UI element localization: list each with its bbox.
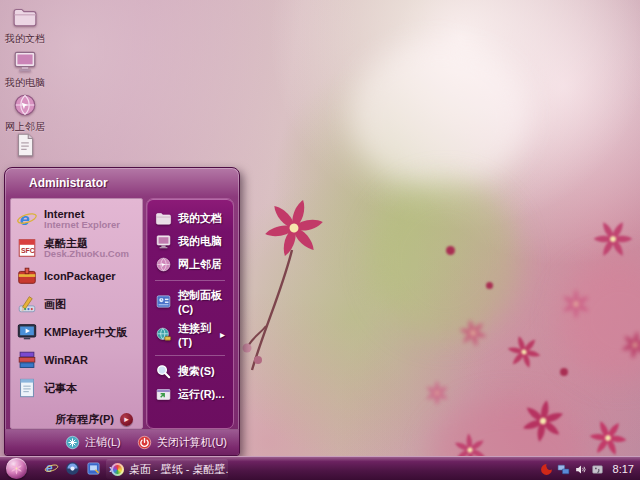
run-icon: [155, 386, 172, 403]
theme-file-icon: SFC: [16, 237, 38, 259]
log-off-label: 注销(L): [85, 435, 120, 450]
network-places-icon: [12, 92, 38, 118]
winrar-icon: [16, 349, 38, 371]
start-item-control-panel[interactable]: 控制面板(C): [152, 285, 228, 318]
turn-off-computer-button[interactable]: 关闭计算机(U): [137, 435, 227, 450]
start-item-title: 桌酷主题: [44, 237, 129, 249]
kmplayer-icon: [16, 321, 38, 343]
start-item-winrar[interactable]: WinRAR: [14, 346, 139, 374]
desktop-icon-my-computer[interactable]: 我的电脑: [2, 48, 48, 90]
start-menu-username: Administrator: [5, 168, 239, 198]
svg-text:e: e: [20, 209, 30, 229]
menu-separator: [155, 280, 225, 281]
iconpackager-icon: [16, 265, 38, 287]
my-documents-icon: [12, 4, 38, 30]
start-item-network-places[interactable]: 网上邻居: [152, 253, 228, 276]
media-player-icon[interactable]: [65, 461, 80, 476]
flower-graphic: [424, 380, 450, 406]
taskbar: e › 桌面 - 壁纸 - 桌酷壁...: [0, 456, 640, 480]
my-computer-icon: [155, 233, 172, 250]
flower-graphic: [506, 334, 542, 370]
start-item-my-computer[interactable]: 我的电脑: [152, 230, 228, 253]
taskbar-clock: 8:17: [613, 463, 636, 475]
system-tray: 8:17: [540, 457, 636, 480]
svg-text:SFC: SFC: [21, 246, 35, 253]
desktop-icon-label: 我的电脑: [5, 76, 45, 90]
volume-icon[interactable]: [574, 462, 587, 475]
bokeh-pink: [560, 260, 640, 380]
flower-graphic: [592, 218, 634, 260]
desktop-icon-network-places[interactable]: 网上邻居: [2, 92, 48, 134]
flower-graphic: [560, 288, 592, 320]
document-icon: [12, 132, 38, 158]
flower-bud: [486, 282, 493, 289]
submenu-arrow-icon: ▸: [220, 329, 225, 340]
internet-explorer-icon: e: [16, 208, 38, 230]
start-item-internet[interactable]: e Internet Internet Explorer: [14, 205, 139, 234]
start-button[interactable]: [6, 458, 27, 479]
start-menu-right-panel: 我的文档 我的电脑 网上邻居: [146, 198, 234, 429]
turn-off-computer-label: 关闭计算机(U): [157, 435, 227, 450]
internet-explorer-icon[interactable]: e: [44, 461, 59, 476]
show-desktop-icon[interactable]: [86, 461, 101, 476]
start-item-iconpackager[interactable]: IconPackager: [14, 262, 139, 290]
flower-graphic: [520, 398, 566, 444]
bokeh-highlight: [350, 40, 530, 190]
desktop: 我的文档 我的电脑 网上邻居 Administrator e: [0, 0, 640, 480]
input-method-icon[interactable]: [591, 462, 604, 475]
start-item-label: 我的文档: [178, 211, 222, 226]
start-menu-body: e Internet Internet Explorer SFC 桌酷主题 De…: [10, 198, 234, 429]
my-computer-icon: [12, 48, 38, 74]
start-item-my-documents[interactable]: 我的文档: [152, 207, 228, 230]
start-item-kmplayer[interactable]: KMPlayer中文版: [14, 318, 139, 346]
log-off-button[interactable]: 注销(L): [65, 435, 120, 450]
taskbar-task-button[interactable]: 桌面 - 壁纸 - 桌酷壁...: [106, 459, 228, 479]
my-documents-icon: [155, 210, 172, 227]
start-item-title: 记事本: [44, 382, 77, 394]
menu-separator: [155, 355, 225, 356]
flower-graphic: [458, 318, 488, 348]
all-programs-button[interactable]: 所有程序(P) ▸: [14, 409, 139, 429]
start-menu: Administrator e Internet Internet Explor…: [4, 167, 240, 456]
flower-stem-graphic: [236, 238, 306, 388]
start-item-title: IconPackager: [44, 270, 116, 282]
flower-bud: [560, 368, 568, 376]
task-button-label: 桌面 - 壁纸 - 桌酷壁...: [129, 462, 228, 477]
svg-text:e: e: [46, 461, 53, 475]
start-item-search[interactable]: 搜索(S): [152, 360, 228, 383]
paint-icon: [16, 293, 38, 315]
network-icon[interactable]: [557, 462, 570, 475]
desktop-icon-document[interactable]: [2, 132, 48, 158]
start-item-label: 我的电脑: [178, 234, 222, 249]
start-menu-footer: 注销(L) 关闭计算机(U): [5, 429, 239, 455]
flower-graphic: [588, 418, 628, 458]
bokeh-green: [370, 180, 520, 340]
log-off-icon: [65, 435, 80, 450]
start-item-label: 运行(R)...: [178, 387, 224, 402]
start-item-subtitle: Desk.ZhuoKu.Com: [44, 249, 129, 259]
start-menu-left-panel: e Internet Internet Explorer SFC 桌酷主题 De…: [10, 198, 143, 429]
start-item-label: 控制面板(C): [178, 288, 225, 315]
start-item-title: 画图: [44, 298, 66, 310]
notepad-icon: [16, 377, 38, 399]
power-icon: [137, 435, 152, 450]
start-item-paint[interactable]: 画图: [14, 290, 139, 318]
desktop-icon-label: 我的文档: [5, 32, 45, 46]
flower-graphic: [620, 330, 640, 360]
start-item-title: KMPlayer中文版: [44, 326, 127, 338]
start-item-connect-to[interactable]: 连接到(T) ▸: [152, 318, 228, 351]
start-item-title: WinRAR: [44, 354, 88, 366]
all-programs-label: 所有程序(P): [55, 412, 114, 427]
start-item-notepad[interactable]: 记事本: [14, 374, 139, 402]
control-panel-icon: [155, 293, 172, 310]
flower-bud: [446, 246, 455, 255]
connect-to-icon: [155, 326, 172, 343]
start-item-label: 连接到(T): [178, 321, 214, 348]
quick-launch-bar: e ›: [44, 457, 115, 480]
start-item-run[interactable]: 运行(R)...: [152, 383, 228, 406]
flower-graphic: [262, 196, 326, 260]
desktop-icon-my-documents[interactable]: 我的文档: [2, 4, 48, 46]
start-item-label: 网上邻居: [178, 257, 222, 272]
start-item-zhuoku-theme[interactable]: SFC 桌酷主题 Desk.ZhuoKu.Com: [14, 234, 139, 263]
security-app-icon[interactable]: [540, 462, 553, 475]
